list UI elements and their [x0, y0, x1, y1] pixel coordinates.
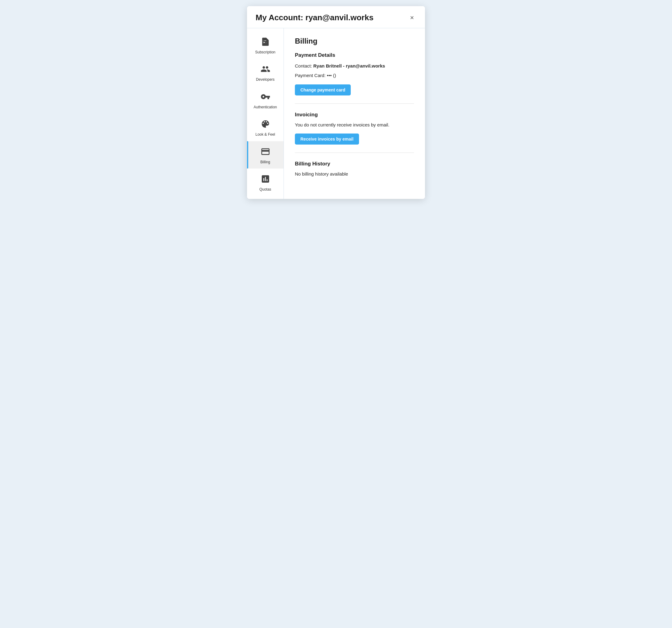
invoicing-description: You do not currently receive invoices by…: [295, 122, 414, 127]
payment-details-section: Payment Details Contact: Ryan Britnell -…: [295, 52, 414, 95]
sidebar-item-developers-label: Developers: [256, 77, 274, 82]
contact-value: Ryan Britnell - ryan@anvil.works: [313, 63, 385, 68]
sidebar-item-billing-label: Billing: [260, 160, 270, 164]
main-content: Billing Payment Details Contact: Ryan Br…: [284, 28, 425, 199]
sidebar-item-subscription[interactable]: Subscription: [247, 31, 284, 59]
billing-history-title: Billing History: [295, 161, 414, 167]
sidebar-item-look-feel[interactable]: Look & Feel: [247, 114, 284, 141]
payment-card-row: Payment Card: ••• (): [295, 72, 414, 79]
billing-history-section: Billing History No billing history avail…: [295, 161, 414, 177]
authentication-icon: [261, 92, 270, 103]
contact-row: Contact: Ryan Britnell - ryan@anvil.work…: [295, 63, 414, 70]
payment-card-value: ••• (): [327, 73, 336, 78]
change-payment-card-button[interactable]: Change payment card: [295, 85, 351, 95]
quotas-icon: [261, 174, 270, 185]
divider-2: [295, 153, 414, 153]
sidebar-item-developers[interactable]: Developers: [247, 59, 284, 86]
contact-label: Contact:: [295, 63, 313, 68]
receive-invoices-button[interactable]: Receive invoices by email: [295, 134, 359, 144]
sidebar-item-authentication-label: Authentication: [254, 105, 277, 109]
billing-icon: [261, 147, 270, 158]
sidebar-item-billing[interactable]: Billing: [247, 141, 284, 168]
modal-body: Subscription Developers Authentica: [247, 28, 425, 199]
account-modal: My Account: ryan@anvil.works × Subscript…: [247, 6, 425, 199]
sidebar: Subscription Developers Authentica: [247, 28, 284, 199]
modal-header: My Account: ryan@anvil.works ×: [247, 6, 425, 28]
modal-title: My Account: ryan@anvil.works: [256, 13, 374, 22]
billing-history-empty: No billing history available: [295, 171, 414, 177]
subscription-icon: [261, 37, 270, 48]
payment-details-title: Payment Details: [295, 52, 414, 58]
divider-1: [295, 103, 414, 104]
invoicing-title: Invoicing: [295, 112, 414, 118]
sidebar-item-quotas-label: Quotas: [259, 187, 271, 191]
page-title: Billing: [295, 37, 414, 45]
look-feel-icon: [261, 119, 270, 131]
sidebar-item-quotas[interactable]: Quotas: [247, 168, 284, 196]
payment-card-label: Payment Card:: [295, 73, 327, 78]
invoicing-section: Invoicing You do not currently receive i…: [295, 112, 414, 144]
sidebar-item-subscription-label: Subscription: [255, 50, 275, 54]
sidebar-item-look-feel-label: Look & Feel: [255, 132, 275, 137]
close-button[interactable]: ×: [408, 13, 416, 22]
developers-icon: [261, 64, 270, 75]
sidebar-item-authentication[interactable]: Authentication: [247, 86, 284, 114]
